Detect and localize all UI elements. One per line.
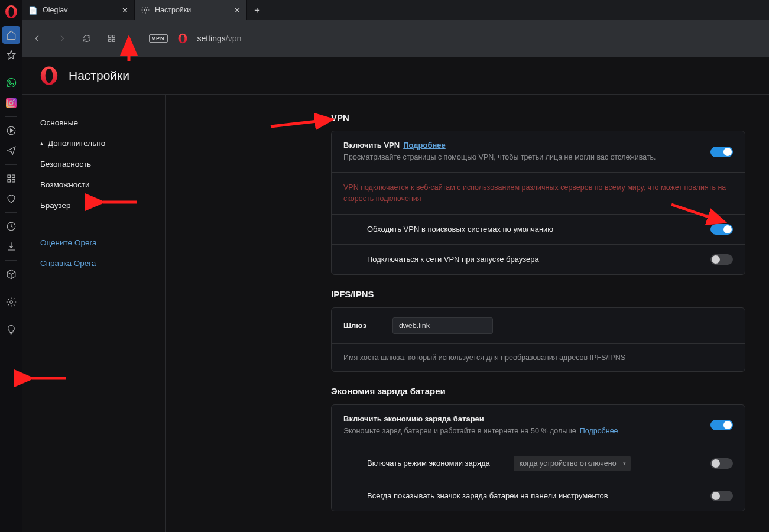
close-icon[interactable]: ✕: [234, 6, 241, 15]
battery-icon-label: Всегда показывать значок заряда батареи …: [367, 491, 702, 500]
svg-rect-9: [12, 180, 15, 183]
close-icon[interactable]: ✕: [122, 6, 128, 15]
sidebar-link-help[interactable]: Справка Opera: [22, 253, 165, 274]
history-icon[interactable]: [0, 216, 22, 236]
section-heading-battery: Экономия заряда батареи: [331, 386, 745, 396]
battery-enable-desc: Экономьте заряд батареи и работайте в ин…: [343, 427, 576, 435]
section-heading-ipfs: IPFS/IPNS: [331, 289, 745, 299]
ipfs-gateway-hint: Имя хоста шлюза, который используется дл…: [343, 353, 625, 362]
tab-settings[interactable]: Настройки ✕: [135, 0, 247, 20]
svg-point-1: [9, 7, 14, 17]
sidebar-item-advanced[interactable]: ▴Дополнительно: [22, 133, 165, 154]
vpn-enable-desc: Просматривайте страницы с помощью VPN, ч…: [343, 152, 702, 163]
opera-logo-icon: [39, 66, 59, 86]
tab-label: Oleglav: [43, 6, 67, 14]
section-heading-vpn: VPN: [331, 112, 745, 122]
battery-enable-title: Включить экономию заряда батареи: [343, 414, 702, 423]
vpn-panel: Включить VPNПодробнее Просматривайте стр…: [331, 131, 745, 275]
tab-label: Настройки: [155, 6, 191, 14]
battery-learn-more-link[interactable]: Подробнее: [580, 427, 618, 435]
sidebar-item-basic[interactable]: Основные: [22, 112, 165, 133]
cube-icon[interactable]: [0, 264, 22, 284]
svg-point-3: [9, 101, 13, 105]
svg-rect-8: [8, 180, 11, 183]
opera-logo-icon: [177, 33, 188, 44]
home-icon[interactable]: [2, 26, 20, 44]
bookmark-icon[interactable]: [0, 45, 22, 65]
back-button[interactable]: [30, 31, 45, 46]
settings-body: Основные ▴Дополнительно Безопасность Воз…: [22, 95, 769, 532]
vpn-warning: VPN подключается к веб-сайтам с использо…: [343, 182, 733, 205]
downloads-icon[interactable]: [0, 236, 22, 257]
vpn-enable-title: Включить VPN: [343, 141, 400, 150]
sidebar-link-rate[interactable]: Оцените Opera: [22, 232, 165, 253]
page-title: Настройки: [69, 69, 129, 83]
tab-strip: 📄 Oleglav ✕ Настройки ✕ ＋: [22, 0, 769, 20]
apps-icon[interactable]: [0, 168, 22, 189]
tab-favicon-icon: 📄: [28, 5, 38, 15]
vpn-bypass-toggle[interactable]: [710, 224, 733, 235]
battery-mode-select[interactable]: когда устройство отключено: [514, 456, 631, 471]
battery-panel: Включить экономию заряда батареи Экономь…: [331, 404, 745, 511]
gear-icon: [141, 5, 150, 15]
svg-rect-14: [112, 35, 115, 38]
vpn-learn-more-link[interactable]: Подробнее: [403, 141, 446, 150]
svg-point-18: [180, 35, 184, 43]
whatsapp-icon[interactable]: [0, 73, 22, 93]
svg-rect-15: [109, 39, 111, 41]
send-icon[interactable]: [0, 141, 22, 161]
address-text[interactable]: settings/vpn: [197, 34, 242, 43]
main-column: 📄 Oleglav ✕ Настройки ✕ ＋ VPN settings/v…: [22, 0, 769, 532]
forward-button[interactable]: [54, 31, 70, 46]
settings-sidebar: Основные ▴Дополнительно Безопасность Воз…: [22, 95, 166, 532]
sidebar-item-browser[interactable]: Браузер: [22, 195, 165, 216]
ipfs-gateway-label: Шлюз: [343, 321, 366, 330]
activity-bar: [0, 0, 22, 532]
battery-mode-label: Включать режим экономии заряда: [367, 459, 490, 468]
vpn-enable-toggle[interactable]: [710, 147, 733, 157]
player-icon[interactable]: [0, 121, 22, 141]
tab-oleglav[interactable]: 📄 Oleglav ✕: [22, 0, 135, 20]
tiles-icon[interactable]: [104, 31, 119, 46]
vpn-bypass-label: Обходить VPN в поисковых системах по умо…: [367, 225, 702, 233]
gear-icon[interactable]: [0, 292, 22, 312]
lightbulb-icon[interactable]: [0, 320, 22, 340]
svg-rect-16: [112, 39, 115, 41]
heart-icon[interactable]: [0, 189, 22, 209]
svg-point-20: [46, 68, 53, 82]
reload-button[interactable]: [79, 31, 95, 46]
vpn-autoconnect-label: Подключаться к сети VPN при запуске брау…: [367, 255, 702, 264]
vpn-autoconnect-toggle[interactable]: [710, 254, 733, 265]
ipfs-panel: Шлюз dweb.link Имя хоста шлюза, который …: [331, 307, 745, 372]
battery-icon-toggle[interactable]: [710, 491, 733, 501]
sidebar-item-features[interactable]: Возможности: [22, 174, 165, 195]
instagram-icon[interactable]: [0, 93, 22, 113]
svg-point-4: [13, 100, 14, 101]
battery-mode-toggle[interactable]: [710, 458, 733, 469]
vpn-badge[interactable]: VPN: [149, 34, 168, 43]
opera-logo-icon[interactable]: [4, 5, 18, 19]
sidebar-item-security[interactable]: Безопасность: [22, 154, 165, 174]
svg-rect-7: [12, 175, 15, 178]
address-bar: VPN settings/vpn: [22, 20, 769, 57]
new-tab-button[interactable]: ＋: [247, 0, 267, 20]
svg-rect-13: [109, 35, 111, 38]
ipfs-gateway-input[interactable]: dweb.link: [392, 317, 493, 334]
battery-enable-toggle[interactable]: [710, 420, 733, 430]
settings-content[interactable]: VPN Включить VPNПодробнее Просматривайте…: [166, 95, 769, 532]
page-header: Настройки: [22, 57, 769, 95]
chevron-down-icon: ▴: [40, 140, 43, 147]
svg-point-11: [10, 301, 13, 304]
svg-point-12: [144, 9, 147, 11]
svg-rect-6: [8, 175, 11, 178]
